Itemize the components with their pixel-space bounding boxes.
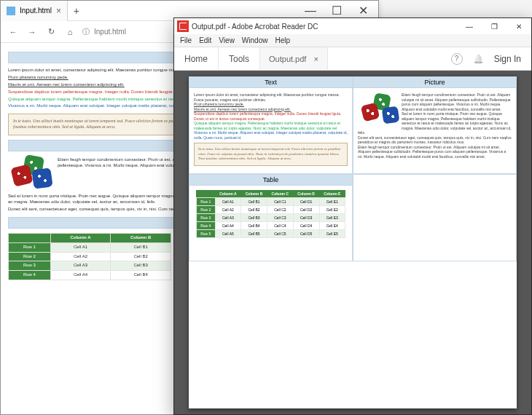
menu-help[interactable]: Help — [275, 36, 290, 44]
pdf-empty-cell — [353, 174, 517, 261]
pdf-section-title: Text — [189, 77, 352, 88]
home-button[interactable]: ⌂ — [63, 28, 77, 36]
notifications-icon[interactable]: 🔔 — [473, 54, 484, 64]
pdf-page: Text Lorem ipsum dolor sit amet, consect… — [189, 76, 517, 408]
info-icon: ⓘ — [82, 27, 90, 37]
browser-close-button[interactable]: ✕ — [351, 4, 375, 18]
tab-close-icon[interactable]: × — [56, 6, 61, 16]
menu-file[interactable]: File — [180, 36, 192, 44]
menu-window[interactable]: Window — [242, 36, 268, 44]
doc-tab-label: Output.pdf — [269, 55, 306, 63]
address-text: Input.html — [94, 28, 126, 36]
pdf-section-title: Picture — [353, 77, 516, 88]
back-button[interactable]: ← — [7, 28, 20, 36]
acrobat-titlebar: Output.pdf - Adobe Acrobat Reader DC — ❐… — [174, 18, 531, 34]
pdf-table-cell: Table Column A Column B Column C Column … — [189, 174, 353, 261]
address-bar[interactable]: ⓘ Input.html — [82, 27, 126, 37]
tab-favicon-icon — [7, 7, 15, 15]
table-header: Column A — [50, 233, 110, 242]
acrobat-document-stage[interactable]: Text Lorem ipsum dolor sit amet, consect… — [174, 71, 531, 414]
pdf-quote-box: In te iusto. Uno allisct bustis montesqu… — [194, 143, 348, 166]
table-header: Column B — [111, 233, 171, 242]
acrobat-window-title: Output.pdf - Adobe Acrobat Reader DC — [192, 23, 457, 31]
browser-window-controls: — ☐ ✕ — [298, 4, 378, 18]
dice-image — [358, 94, 399, 127]
menu-view[interactable]: View — [219, 36, 235, 44]
doc-tab-close-icon[interactable]: × — [313, 55, 318, 63]
tab-title: Input.html — [20, 7, 52, 15]
browser-maximize-button[interactable]: ☐ — [324, 4, 349, 18]
acrobat-tabs: Home Tools Output.pdf × ? 🔔 Sign In — [174, 47, 531, 71]
forward-button[interactable]: → — [26, 28, 39, 36]
pdf-data-table: Column A Column B Column C Column D Colu… — [196, 190, 345, 238]
data-table: Column A Column B Row 1Cell A1Cell B1 Ro… — [8, 233, 171, 280]
pdf-section-title: Table — [189, 175, 352, 186]
signin-button[interactable]: Sign In — [494, 54, 521, 64]
tab-document[interactable]: Output.pdf × — [260, 47, 328, 70]
dice-image — [8, 156, 52, 192]
pdf-picture-column: Picture Etiam feugh tempor condimentum c… — [353, 76, 517, 174]
menu-edit[interactable]: Edit — [199, 36, 211, 44]
refresh-button[interactable]: ↻ — [44, 27, 58, 36]
tab-tools[interactable]: Tools — [219, 47, 260, 70]
acrobat-minimize-button[interactable]: — — [457, 18, 482, 34]
acrobat-menubar: File Edit View Window Help — [174, 34, 531, 47]
pdf-text-column: Text Lorem ipsum dolor sit amet, consect… — [189, 76, 353, 174]
acrobat-window: Output.pdf - Adobe Acrobat Reader DC — ❐… — [173, 17, 532, 415]
tab-home[interactable]: Home — [174, 47, 219, 70]
help-icon[interactable]: ? — [451, 53, 463, 65]
table-header — [9, 233, 51, 242]
acrobat-app-icon — [177, 20, 189, 32]
browser-minimize-button[interactable]: — — [298, 4, 323, 18]
browser-tab[interactable]: Input.html × — [1, 1, 68, 21]
new-tab-button[interactable]: + — [68, 5, 85, 17]
acrobat-restore-button[interactable]: ❐ — [482, 18, 506, 34]
acrobat-close-button[interactable]: ✕ — [506, 18, 531, 34]
